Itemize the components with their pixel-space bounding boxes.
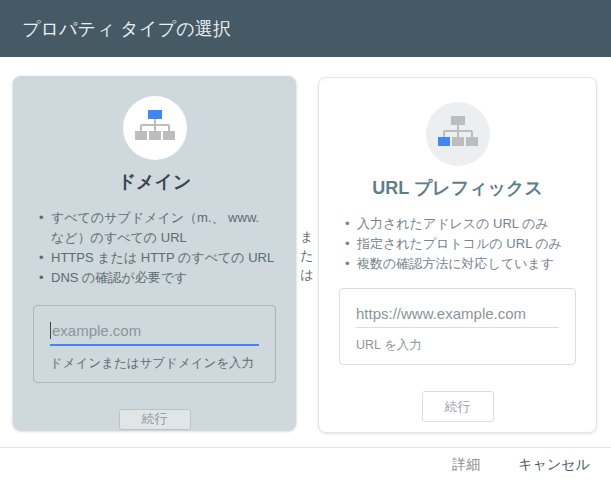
card-domain-bullets: すべてのサブドメイン（m.、 www. など）のすべての URL HTTPS ま… <box>13 208 296 289</box>
url-prefix-icon-circle <box>426 102 490 166</box>
cancel-link[interactable]: キャンセル <box>518 456 590 474</box>
url-prefix-continue-button[interactable]: 続行 <box>422 391 494 422</box>
domain-continue-button[interactable]: 続行 <box>119 409 191 430</box>
card-url-prefix-bullets: 入力されたアドレスの URL のみ 指定されたプロトコルの URL のみ 複数の… <box>319 214 596 274</box>
domain-input-box: ドメインまたはサブドメインを入力 <box>33 305 276 383</box>
bullet-item: すべてのサブドメイン（m.、 www. など）のすべての URL <box>37 208 276 248</box>
bullet-item: 複数の確認方法に対応しています <box>343 254 576 274</box>
footer-divider <box>0 447 611 448</box>
sitemap-domain-icon <box>134 109 176 147</box>
dialog-footer: 詳細 キャンセル <box>452 456 590 474</box>
card-url-prefix[interactable]: URL プレフィックス 入力されたアドレスの URL のみ 指定されたプロトコル… <box>318 77 597 433</box>
bullet-item: DNS の確認が必要です <box>37 268 276 288</box>
url-prefix-input-box: URL を入力 <box>339 288 576 365</box>
dialog-title: プロパティ タイプの選択 <box>22 17 231 41</box>
url-prefix-input-helper: URL を入力 <box>356 337 559 354</box>
card-url-prefix-title: URL プレフィックス <box>372 176 543 200</box>
or-divider-label: または <box>295 228 319 285</box>
dialog-header: プロパティ タイプの選択 <box>0 0 611 57</box>
domain-input-helper: ドメインまたはサブドメインを入力 <box>50 355 259 372</box>
card-domain-title: ドメイン <box>118 170 192 194</box>
url-prefix-input[interactable] <box>356 303 559 328</box>
bullet-item: 指定されたプロトコルの URL のみ <box>343 234 576 254</box>
domain-icon-circle <box>123 96 187 160</box>
details-link[interactable]: 詳細 <box>452 456 480 474</box>
bullet-item: 入力されたアドレスの URL のみ <box>343 214 576 234</box>
text-caret <box>50 322 51 339</box>
sitemap-url-prefix-icon <box>437 115 479 153</box>
card-domain[interactable]: ドメイン すべてのサブドメイン（m.、 www. など）のすべての URL HT… <box>13 76 296 430</box>
bullet-item: HTTPS または HTTP のすべての URL <box>37 248 276 268</box>
domain-input[interactable] <box>50 320 259 346</box>
